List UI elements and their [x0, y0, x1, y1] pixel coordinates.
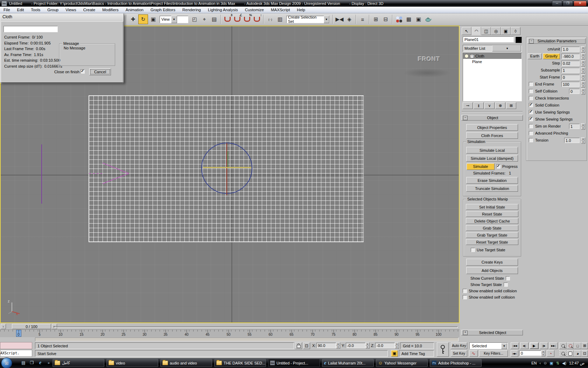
- cm-unit-field[interactable]: 1.0: [561, 47, 580, 52]
- close-button[interactable]: ✕: [574, 1, 587, 6]
- object-name-field[interactable]: Plane01: [463, 36, 514, 42]
- mirror-icon[interactable]: ▶◀: [335, 15, 344, 24]
- utilities-tab[interactable]: ◊: [511, 27, 520, 35]
- reset-state-button[interactable]: Reset State: [466, 211, 518, 217]
- remove-modifier-icon[interactable]: ⊗: [495, 102, 505, 109]
- reset-target-state-button[interactable]: Reset Target State: [466, 239, 518, 245]
- frame-field-spinner[interactable]: ▲▼: [541, 350, 545, 356]
- pan-view-button[interactable]: [567, 350, 574, 357]
- menu-edit[interactable]: Edit: [14, 8, 28, 12]
- internet-explorer-icon[interactable]: e: [37, 360, 43, 366]
- select-and-manipulate-icon[interactable]: ⌖: [200, 15, 209, 24]
- hierarchy-tab[interactable]: ◫: [481, 27, 491, 35]
- x-coord-field[interactable]: 90.0: [316, 343, 336, 348]
- chevron-down-icon[interactable]: ▼: [324, 16, 330, 23]
- window-switcher-icon[interactable]: ❐: [29, 360, 35, 366]
- cloth-dialog-title[interactable]: Cloth: [0, 14, 124, 21]
- simulate-local-button[interactable]: Simulate Local: [466, 147, 518, 154]
- lightbulb-icon[interactable]: [464, 54, 469, 58]
- zoom-all-button[interactable]: [567, 342, 574, 349]
- zoom-extents-button[interactable]: □: [574, 342, 581, 349]
- z-coord-spinner[interactable]: ▲▼: [395, 342, 399, 348]
- selection-lock-toggle[interactable]: [295, 342, 302, 349]
- cloth-forces-button[interactable]: Cloth Forces: [466, 132, 518, 139]
- menu-animation[interactable]: Animation: [122, 8, 147, 12]
- check-intersections-checkbox[interactable]: [529, 96, 533, 100]
- spinner-snap-icon[interactable]: ↕: [252, 15, 261, 24]
- modifier-list-dropdown[interactable]: Modifier List ▼: [463, 45, 522, 52]
- stack-item-plane[interactable]: Plane: [463, 59, 522, 64]
- messenger-status-icon[interactable]: ⊖: [544, 361, 547, 366]
- expand-icon[interactable]: +: [470, 54, 474, 58]
- x-coord-spinner[interactable]: ▲▼: [336, 342, 340, 348]
- show-end-result-icon[interactable]: ‖: [474, 102, 484, 109]
- maximize-viewport-toggle[interactable]: ⊡: [581, 350, 588, 357]
- menu-file[interactable]: File: [0, 8, 14, 12]
- chevron-down-icon[interactable]: ▼: [171, 16, 177, 23]
- sim-on-render-spinner[interactable]: ▲▼: [581, 123, 585, 129]
- chevron-down-icon[interactable]: ▼: [492, 45, 522, 52]
- motion-tab[interactable]: ◎: [491, 27, 501, 35]
- volume-icon[interactable]: ◀): [562, 361, 566, 366]
- self-collision-checkbox[interactable]: [529, 89, 533, 93]
- maximize-button[interactable]: ❐: [563, 1, 573, 6]
- self-collision-field[interactable]: 0: [569, 89, 580, 94]
- set-keys-big-key-button[interactable]: [437, 342, 449, 357]
- taskbar-button-lailat-muharram-20t[interactable]: eLailat Muharram 20t...: [322, 359, 374, 367]
- go-to-start-button[interactable]: |◀◀: [511, 342, 519, 349]
- end-frame-field[interactable]: 100: [561, 82, 580, 87]
- taskbar-button-adobe-photoshop[interactable]: PsAdobe Photoshop - ...: [430, 359, 482, 367]
- pin-stack-icon[interactable]: ⊸: [463, 102, 473, 109]
- show-current-state-checkbox[interactable]: [506, 276, 510, 280]
- expand-icon[interactable]: +: [463, 330, 468, 335]
- show-desktop-icon[interactable]: ▤: [20, 360, 27, 366]
- menu-modifiers[interactable]: Modifiers: [99, 8, 122, 12]
- next-frame-button[interactable]: ||▶: [540, 342, 548, 349]
- activity-icon[interactable]: ⇅: [556, 361, 559, 366]
- taskbar-button-audio-and-video[interactable]: audio and video: [160, 359, 212, 367]
- menu-maxscript[interactable]: MAXScript: [267, 8, 293, 12]
- display-tab[interactable]: ▣: [501, 27, 511, 35]
- object-properties-button[interactable]: Object Properties: [466, 124, 518, 131]
- snaps-toggle-3d-icon[interactable]: 3: [223, 15, 232, 24]
- show-sewing-springs-checkbox[interactable]: [529, 117, 533, 121]
- menu-rendering[interactable]: Rendering: [179, 8, 204, 12]
- simulate-local-damped-button[interactable]: Simulate Local (damped): [466, 155, 518, 162]
- keyable-filter-dropdown[interactable]: Selected ▼: [469, 342, 508, 349]
- object-rollout-header[interactable]: − Object: [461, 115, 523, 121]
- layer-manager-icon[interactable]: ≡: [358, 15, 367, 24]
- subsample-field[interactable]: 1: [561, 68, 580, 73]
- close-on-finish-checkbox[interactable]: [80, 69, 85, 74]
- use-sewing-springs-checkbox[interactable]: [529, 110, 533, 114]
- end-frame-checkbox[interactable]: [529, 82, 533, 86]
- set-key-button[interactable]: Set Key: [451, 350, 467, 357]
- menu-help[interactable]: Help: [293, 8, 309, 12]
- tray-chevron-icon[interactable]: ‹: [539, 361, 541, 365]
- configure-modifier-sets-icon[interactable]: ⊞: [506, 102, 516, 109]
- named-selection-abc-icon[interactable]: ▥: [275, 15, 285, 24]
- schematic-view-icon[interactable]: ⊟: [381, 15, 390, 24]
- gravity-button[interactable]: Gravity: [543, 53, 560, 59]
- show-enabled-solid-collision-checkbox[interactable]: [463, 289, 467, 293]
- menu-lighting-analysis[interactable]: Lighting Analysis: [204, 8, 241, 12]
- percent-snap-icon[interactable]: %: [243, 15, 252, 24]
- auto-key-button[interactable]: Auto Key: [451, 342, 467, 349]
- taskbar-button-yahoo-messenger[interactable]: ☺Yahoo! Messenger: [376, 359, 428, 367]
- sim-on-render-field[interactable]: 1: [569, 124, 580, 129]
- end-frame-spinner[interactable]: ▲▼: [581, 81, 585, 87]
- create-keys-button[interactable]: Create Keys: [466, 259, 518, 266]
- front-text-object[interactable]: FRONT: [418, 56, 440, 63]
- create-selection-set-dropdown[interactable]: Create Selection Set▼: [286, 16, 330, 23]
- default-in-out-tangents-icon[interactable]: ∿: [469, 350, 478, 357]
- zoom-region-button[interactable]: [559, 350, 567, 357]
- taskbar-button-the-dark-side-sed[interactable]: THE DARK SIDE SED...: [214, 359, 266, 367]
- select-and-move-icon[interactable]: ✚: [128, 15, 138, 24]
- edit-named-selection-sets-icon[interactable]: {··}: [266, 15, 275, 24]
- cancel-button[interactable]: Cancel: [89, 68, 111, 75]
- make-unique-icon[interactable]: ∨: [484, 102, 495, 109]
- go-to-end-button[interactable]: ▶▶|: [549, 342, 558, 349]
- menu-group[interactable]: Group: [44, 8, 62, 12]
- menu-customize[interactable]: Customize: [241, 8, 267, 12]
- subsample-spinner[interactable]: ▲▼: [581, 67, 585, 73]
- delete-object-cache-button[interactable]: Delete Object Cache: [466, 218, 518, 224]
